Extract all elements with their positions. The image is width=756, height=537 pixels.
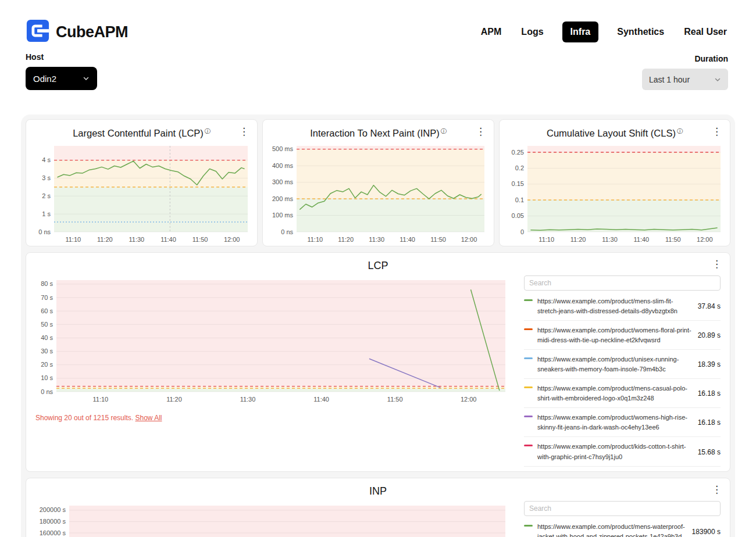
kebab-menu-icon[interactable]: ⋮ (712, 259, 722, 269)
inp-url-panel: https://www.example.com/product/mens-wat… (524, 501, 721, 537)
lcp-summary-card: Largest Contentful Paint (LCP)ⓘ ⋮ 0 ns1 … (26, 119, 258, 246)
inp-detail-chart: 100000 s120000 s140000 s160000 s180000 s… (30, 501, 512, 537)
cls-trend-chart: 00.050.10.150.20.2511:1011:2011:3011:401… (501, 141, 728, 245)
series-color-dash-icon (524, 445, 533, 446)
url-list-item[interactable]: https://www.example.com/product/womens-f… (524, 321, 721, 350)
svg-text:11:40: 11:40 (161, 236, 176, 243)
lcp-trend-chart: 0 ns1 s2 s3 s4 s11:1011:2011:3011:4011:5… (27, 141, 255, 245)
info-icon[interactable]: ⓘ (441, 128, 447, 134)
svg-text:10 s: 10 s (41, 374, 53, 381)
show-all-link[interactable]: Show All (135, 414, 162, 422)
host-value: Odin2 (33, 74, 56, 84)
svg-text:11:10: 11:10 (539, 236, 554, 243)
svg-text:12:00: 12:00 (461, 236, 477, 243)
svg-text:11:10: 11:10 (307, 236, 323, 243)
duration-dropdown[interactable]: Last 1 hour (642, 69, 728, 90)
svg-text:400 ms: 400 ms (272, 162, 294, 169)
url-list: https://www.example.com/product/mens-sli… (524, 292, 721, 467)
metric-value: 20.89 s (698, 331, 721, 339)
brand[interactable]: CubeAPM (26, 19, 128, 45)
svg-text:11:50: 11:50 (430, 236, 446, 243)
svg-text:0 ns: 0 ns (38, 228, 51, 235)
results-note: Showing 20 out of 1215 results. Show All (35, 414, 512, 422)
nav-item-synthetics[interactable]: Synthetics (616, 22, 665, 42)
svg-text:300 ms: 300 ms (272, 178, 294, 185)
kebab-menu-icon[interactable]: ⋮ (712, 127, 722, 137)
svg-text:200 ms: 200 ms (272, 195, 294, 202)
web-vitals-row: Largest Contentful Paint (LCP)ⓘ ⋮ 0 ns1 … (26, 119, 730, 246)
url-list-item[interactable]: https://www.example.com/product/kids-cot… (524, 437, 721, 466)
metric-value: 37.84 s (698, 302, 721, 310)
info-icon[interactable]: ⓘ (205, 128, 211, 134)
search-input[interactable] (524, 501, 721, 516)
filter-bar: Host Odin2 Duration Last 1 hour (0, 49, 756, 90)
svg-text:11:20: 11:20 (570, 236, 586, 243)
host-dropdown[interactable]: Odin2 (26, 67, 97, 90)
kebab-menu-icon[interactable]: ⋮ (476, 127, 486, 137)
svg-text:12:00: 12:00 (697, 236, 713, 243)
lcp-url-panel: https://www.example.com/product/mens-sli… (524, 275, 721, 467)
svg-text:0 ns: 0 ns (41, 388, 53, 395)
svg-text:500 ms: 500 ms (272, 146, 294, 153)
nav-item-logs[interactable]: Logs (520, 22, 544, 42)
url-text: https://www.example.com/product/womens-h… (537, 413, 693, 432)
search-input[interactable] (524, 275, 721, 291)
url-list-item[interactable]: https://www.example.com/product/unisex-r… (524, 350, 721, 379)
card-title: INP (369, 485, 387, 497)
svg-text:3 s: 3 s (42, 174, 51, 181)
svg-text:0.15: 0.15 (512, 181, 524, 188)
url-text: https://www.example.com/product/mens-sli… (537, 296, 693, 316)
dashboard: Largest Contentful Paint (LCP)ⓘ ⋮ 0 ns1 … (21, 114, 735, 537)
url-list-item[interactable]: https://www.example.com/product/mens-sli… (524, 292, 721, 321)
cubeapm-logo-icon (26, 19, 50, 45)
brand-name: CubeAPM (56, 23, 128, 41)
svg-text:12:00: 12:00 (461, 396, 477, 403)
series-color-dash-icon (524, 416, 533, 417)
card-title: Largest Contentful Paint (LCP) (73, 128, 204, 138)
svg-text:40 s: 40 s (41, 334, 53, 341)
svg-text:50 s: 50 s (41, 321, 53, 328)
svg-text:11:50: 11:50 (387, 396, 403, 403)
nav-item-apm[interactable]: APM (480, 22, 503, 42)
url-text: https://www.example.com/product/womens-f… (537, 325, 693, 345)
series-color-dash-icon (524, 525, 533, 527)
svg-text:12:00: 12:00 (224, 236, 240, 243)
host-label: Host (26, 52, 97, 62)
svg-text:11:30: 11:30 (369, 236, 384, 243)
chevron-down-icon (714, 76, 721, 83)
svg-text:0.05: 0.05 (512, 212, 524, 219)
nav-item-real-user[interactable]: Real User (683, 22, 728, 42)
svg-text:0 ns: 0 ns (281, 228, 293, 235)
svg-text:1 s: 1 s (42, 210, 51, 217)
kebab-menu-icon[interactable]: ⋮ (712, 485, 722, 495)
duration-value: Last 1 hour (649, 75, 690, 84)
inp-detail-card: INP ⋮ 100000 s120000 s140000 s160000 s18… (26, 478, 730, 537)
url-list-item[interactable]: https://www.example.com/product/womens-h… (524, 408, 721, 437)
svg-text:60 s: 60 s (41, 307, 53, 314)
svg-text:0.25: 0.25 (512, 149, 524, 156)
url-text: https://www.example.com/product/kids-cot… (537, 442, 693, 461)
svg-text:11:50: 11:50 (192, 236, 208, 243)
svg-text:160000 s: 160000 s (40, 529, 66, 536)
svg-text:0: 0 (520, 228, 524, 235)
url-list-item[interactable]: https://www.example.com/product/mens-wat… (524, 517, 721, 537)
series-color-dash-icon (524, 357, 533, 359)
svg-text:0.1: 0.1 (515, 196, 524, 203)
metric-value: 183900 s (692, 528, 721, 536)
nav-item-infra[interactable]: Infra (562, 22, 599, 42)
metric-value: 16.18 s (698, 389, 721, 398)
card-title: LCP (368, 260, 388, 271)
svg-text:11:40: 11:40 (313, 396, 329, 403)
url-list-item[interactable]: https://www.example.com/product/mens-cas… (524, 379, 721, 408)
main-nav: APM Logs Infra Synthetics Real User (480, 22, 728, 42)
info-icon[interactable]: ⓘ (677, 128, 683, 134)
svg-text:2 s: 2 s (42, 192, 51, 199)
kebab-menu-icon[interactable]: ⋮ (239, 127, 249, 137)
svg-text:11:40: 11:40 (400, 236, 415, 243)
svg-text:20 s: 20 s (41, 361, 53, 368)
svg-text:11:10: 11:10 (93, 396, 109, 403)
svg-text:11:40: 11:40 (634, 236, 650, 243)
metric-value: 16.18 s (698, 418, 721, 427)
series-color-dash-icon (524, 299, 533, 301)
svg-text:0.2: 0.2 (515, 164, 524, 171)
